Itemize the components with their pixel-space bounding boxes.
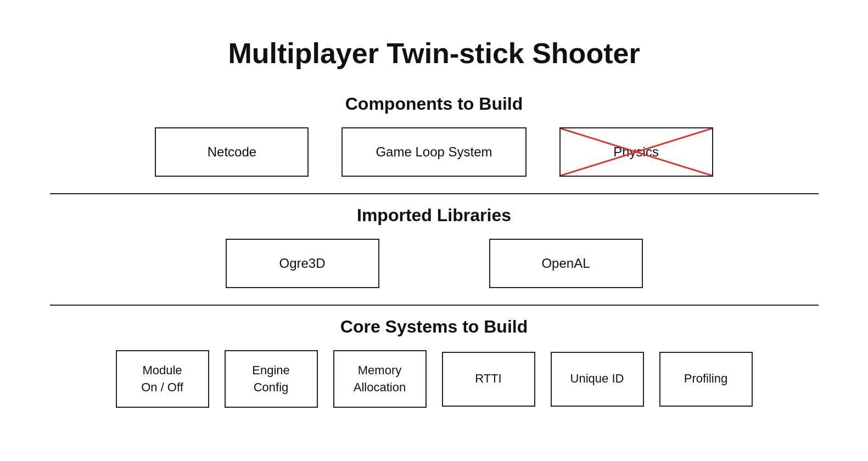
components-row: Netcode Game Loop System Physics — [155, 127, 713, 177]
memory-allocation-box: MemoryAllocation — [333, 350, 427, 408]
game-loop-box: Game Loop System — [341, 127, 526, 177]
physics-box: Physics — [559, 127, 713, 177]
engine-config-label: EngineConfig — [252, 362, 290, 396]
core-systems-row: ModuleOn / Off EngineConfig MemoryAlloca… — [116, 350, 753, 408]
module-box: ModuleOn / Off — [116, 350, 209, 408]
game-loop-label: Game Loop System — [376, 144, 492, 160]
main-title: Multiplayer Twin-stick Shooter — [228, 37, 640, 70]
engine-config-box: EngineConfig — [225, 350, 318, 408]
components-section: Components to Build Netcode Game Loop Sy… — [50, 83, 819, 193]
profiling-label: Profiling — [684, 370, 727, 387]
physics-label: Physics — [613, 144, 659, 160]
libraries-section: Imported Libraries Ogre3D OpenAL — [50, 194, 819, 305]
module-label: ModuleOn / Off — [141, 362, 183, 396]
memory-allocation-label: MemoryAllocation — [354, 362, 406, 396]
ogre3d-box: Ogre3D — [226, 239, 379, 288]
rtti-label: RTTI — [475, 370, 501, 387]
profiling-box: Profiling — [659, 352, 753, 407]
openal-box: OpenAL — [489, 239, 643, 288]
core-section: Core Systems to Build ModuleOn / Off Eng… — [50, 306, 819, 425]
diagram: Multiplayer Twin-stick Shooter Component… — [50, 37, 819, 425]
netcode-box: Netcode — [155, 127, 309, 177]
core-heading: Core Systems to Build — [340, 317, 528, 337]
libraries-heading: Imported Libraries — [357, 205, 511, 226]
unique-id-box: Unique ID — [551, 352, 644, 407]
components-heading: Components to Build — [345, 94, 523, 114]
libraries-row: Ogre3D OpenAL — [226, 239, 643, 288]
openal-label: OpenAL — [541, 256, 590, 271]
unique-id-label: Unique ID — [570, 370, 624, 387]
rtti-box: RTTI — [442, 352, 535, 407]
netcode-label: Netcode — [208, 144, 256, 160]
ogre3d-label: Ogre3D — [279, 256, 325, 271]
